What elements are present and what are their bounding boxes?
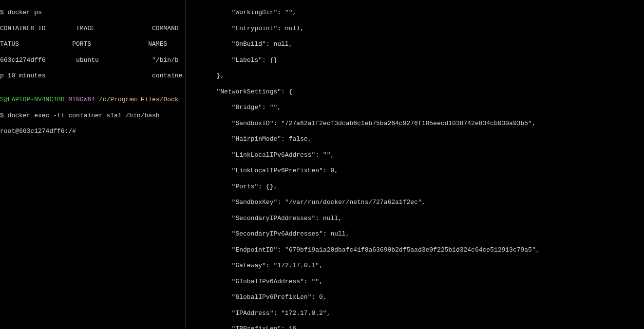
prompt-path: /c/Program Files/Dock — [99, 96, 179, 103]
json-line: "Entrypoint": null, — [186, 25, 644, 33]
json-line: "SandboxKey": "/var/run/docker/netns/727… — [186, 199, 644, 206]
prompt-user-host: S@LAPTOP-NV4NC4BR — [0, 96, 65, 103]
json-key-networksettings: "NetworkSettings": { — [186, 88, 644, 96]
json-line: "LinkLocalIPv6Address": "", — [186, 151, 644, 159]
json-line: }, — [186, 72, 644, 80]
json-line: "OnBuild": null, — [186, 40, 644, 48]
right-terminal-pane[interactable]: "WorkingDir": "", "Entrypoint": null, "O… — [186, 0, 644, 329]
ps-row: 663c1274dff6 ubuntu "/bin/b — [0, 56, 186, 64]
json-line: "SandboxID": "727a62a1f2ecf3dcab6c1eb75b… — [186, 120, 644, 128]
container-shell-prompt[interactable]: root@663c1274dff6:/# — [0, 128, 186, 135]
json-line: "SecondaryIPAddresses": null, — [186, 215, 644, 222]
json-line: "LinkLocalIPv6PrefixLen": 0, — [186, 167, 644, 175]
json-line: "IPPrefixLen": 16, — [186, 325, 644, 329]
cmd-docker-ps: $ docker ps — [0, 9, 186, 17]
json-line: "GlobalIPv6PrefixLen": 0, — [186, 293, 644, 301]
json-line: "EndpointID": "679bf19a1a20dbafc41f8a636… — [186, 246, 644, 254]
ps-row-2: p 10 minutes containe — [0, 72, 186, 80]
left-terminal-pane[interactable]: $ docker ps CONTAINER ID IMAGE COMMAND T… — [0, 0, 186, 329]
json-line: "WorkingDir": "", — [186, 9, 644, 17]
ps-header-2: TATUS PORTS NAMES — [0, 40, 186, 48]
shell-prompt-line: S@LAPTOP-NV4NC4BR MINGW64 /c/Program Fil… — [0, 96, 186, 104]
json-line: "Ports": {}, — [186, 183, 644, 191]
json-line: "Gateway": "172.17.0.1", — [186, 262, 644, 270]
json-line: "SecondaryIPv6Addresses": null, — [186, 230, 644, 238]
prompt-env: MINGW64 — [65, 96, 99, 103]
json-line: "Bridge": "", — [186, 104, 644, 111]
json-line: "HairpinMode": false, — [186, 135, 644, 143]
cmd-docker-exec: $ docker exec -ti container_sla1 /bin/ba… — [0, 112, 186, 120]
ps-header: CONTAINER ID IMAGE COMMAND — [0, 25, 186, 33]
json-line: "IPAddress": "172.17.0.2", — [186, 310, 644, 317]
json-line: "Labels": {} — [186, 56, 644, 64]
json-line: "GlobalIPv6Address": "", — [186, 278, 644, 286]
